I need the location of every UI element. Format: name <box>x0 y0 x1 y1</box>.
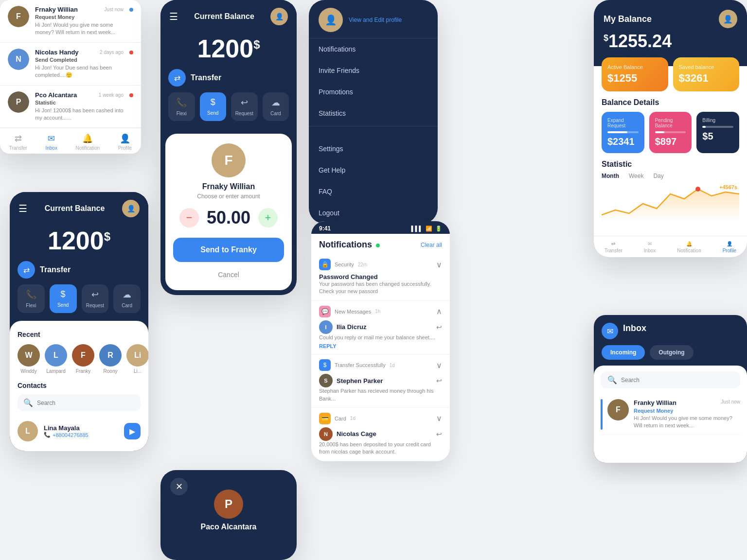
notif-collapse-2[interactable]: ∨ <box>436 361 442 370</box>
flexi-icon: 📞 <box>26 289 36 300</box>
inbox-item-1[interactable]: N Nicolas Handy 2 days ago Send Complete… <box>0 43 141 86</box>
reply-icon-3: ↩ <box>436 430 442 438</box>
contact-send-button-0[interactable]: ▶ <box>124 423 141 439</box>
nav-notification-label: Notification <box>76 145 100 151</box>
balance-notification-icon: 🔔 <box>686 241 692 246</box>
balance-type-cards: Active Balance $1255 Saved balance $3261 <box>594 57 747 91</box>
send-modal-panel: F Frnaky Willian Choose or enter amount … <box>165 134 292 290</box>
notifications-active-dot <box>376 244 380 247</box>
menu-invite-friends[interactable]: Invite Friends <box>309 60 438 81</box>
stat-tab-week[interactable]: Week <box>629 173 643 179</box>
notif-source-3: Card <box>335 416 346 421</box>
tm-flexi-button[interactable]: 📞 Flexi <box>168 92 195 121</box>
inbox-msg-item-0[interactable]: F Franky Willian Just now Request Money … <box>601 394 740 435</box>
flexi-button[interactable]: 📞 Flexi <box>18 284 45 313</box>
bottom-modal-avatar: P <box>214 490 243 519</box>
main-app-card: ☰ Current Balance 👤 1200$ ⇄ Transfer 📞 F… <box>10 192 148 451</box>
expand-request-bar <box>607 131 639 133</box>
inbox-dot-0 <box>129 8 133 12</box>
cancel-button[interactable]: Cancel <box>173 267 284 282</box>
amount-plus-button[interactable]: + <box>258 208 278 228</box>
active-balance-card: Active Balance $1255 <box>602 57 668 91</box>
menu-faq[interactable]: FAQ <box>309 181 438 202</box>
recent-person-0[interactable]: W Winddy <box>18 344 40 374</box>
pending-balance-card: Pending Balance $897 <box>649 112 692 153</box>
menu-primary-items: Notifications Invite Friends Promotions … <box>309 38 438 124</box>
modal-person-avatar: F <box>212 143 246 177</box>
nav-notification[interactable]: 🔔 Notification <box>76 133 100 151</box>
recent-avatar-li: Li <box>126 344 148 367</box>
billing-bar <box>702 126 733 128</box>
incoming-tab[interactable]: Incoming <box>602 345 645 360</box>
chart-fill <box>602 189 739 222</box>
inbox-msg-name-0: Franky Willian <box>634 399 676 406</box>
tm-send-icon: $ <box>211 97 215 107</box>
amount-minus-button[interactable]: − <box>179 208 199 228</box>
balance-nav-profile[interactable]: 👤 Profile <box>723 241 736 253</box>
recent-avatar-franky: F <box>72 344 94 367</box>
outgoing-tab[interactable]: Outgoing <box>650 345 693 360</box>
balance-nav-transfer[interactable]: ⇄ Transfer <box>605 241 622 253</box>
nav-profile-label: Profile <box>118 145 132 151</box>
recent-person-4[interactable]: Li Li... <box>126 344 148 374</box>
balance-nav-inbox[interactable]: ✉ Inbox <box>644 241 656 253</box>
inbox-detail-icon: ✉ <box>602 323 618 339</box>
statistic-tabs: Month Week Day <box>594 173 747 183</box>
recent-person-2[interactable]: F Franky <box>72 344 94 374</box>
stat-tab-month[interactable]: Month <box>602 173 619 179</box>
reply-button-1[interactable]: REPLY <box>319 343 442 349</box>
menu-promotions[interactable]: Promotions <box>309 81 438 103</box>
transfer-modal-avatar[interactable]: 👤 <box>270 8 288 25</box>
notif-collapse-0[interactable]: ∨ <box>436 260 442 269</box>
menu-divider <box>309 126 438 126</box>
inbox-detail-card: ✉ Inbox Incoming Outgoing 🔍 F Franky Wil… <box>594 315 747 463</box>
card-button-main[interactable]: ☁ Card <box>113 284 141 313</box>
menu-statistics[interactable]: Statistics <box>309 103 438 124</box>
balance-header: My Balance 👤 $1255.24 <box>594 0 747 66</box>
inbox-search-row: 🔍 <box>601 371 740 388</box>
recent-avatars: W Winddy L Lampard F Franky R Roony Li L… <box>18 344 141 374</box>
user-avatar[interactable]: 👤 <box>122 200 140 217</box>
inbox-search-input[interactable] <box>621 377 733 384</box>
nav-transfer[interactable]: ⇄ Transfer <box>9 133 27 151</box>
request-button[interactable]: ↩ Request <box>82 284 109 313</box>
menu-get-help[interactable]: Get Help <box>309 159 438 181</box>
tm-request-button[interactable]: ↩ Request <box>231 92 258 121</box>
inbox-item-0[interactable]: F Frnaky Willian Just now Request Money … <box>0 0 141 43</box>
recent-avatar-winddy: W <box>18 344 40 367</box>
contacts-search-input[interactable] <box>37 400 135 406</box>
white-panel: Recent W Winddy L Lampard F Franky R Roo… <box>10 321 148 451</box>
transfer-modal-header: ☰ Current Balance 👤 <box>160 0 297 31</box>
stat-tab-day[interactable]: Day <box>653 173 663 179</box>
balance-nav-notification[interactable]: 🔔 Notification <box>677 241 701 253</box>
send-to-franky-button[interactable]: Send to Franky <box>173 238 284 262</box>
tm-send-button[interactable]: $ Send <box>200 92 227 121</box>
inbox-msg-subject-0: Request Money <box>634 408 740 414</box>
nav-profile[interactable]: 👤 Profile <box>118 133 132 151</box>
menu-settings[interactable]: Settings <box>309 138 438 159</box>
modal-close-button[interactable]: ✕ <box>170 478 188 495</box>
card-icon: ☁ <box>123 289 131 300</box>
send-button[interactable]: $ Send <box>50 284 77 313</box>
hamburger-icon[interactable]: ☰ <box>18 203 27 214</box>
menu-secondary-items: Settings Get Help FAQ Logout <box>309 138 438 224</box>
menu-notifications[interactable]: Notifications <box>309 38 438 60</box>
menu-logout[interactable]: Logout <box>309 202 438 224</box>
notif-expand-1[interactable]: ∧ <box>436 307 442 316</box>
battery-icon: 🔋 <box>435 226 442 232</box>
clear-all-button[interactable]: Clear all <box>421 242 442 248</box>
view-edit-profile-link[interactable]: View and Edit profile <box>349 17 402 23</box>
recent-person-3[interactable]: R Roony <box>99 344 122 374</box>
notif-collapse-3[interactable]: ∨ <box>436 414 442 423</box>
transfer-modal-hamburger-icon[interactable]: ☰ <box>169 11 178 22</box>
recent-avatar-lampard: L <box>45 344 67 367</box>
inbox-item-2[interactable]: P Pco Alcantara 1 week ago Statistic Hi … <box>0 86 141 128</box>
recent-person-1[interactable]: L Lampard <box>45 344 67 374</box>
inbox-msg-preview-0: Hi Jon! Would you give me some money? Wi… <box>634 415 740 430</box>
notifications-status-bar: 9:41 ▌▌▌ 📶 🔋 <box>311 221 450 234</box>
tm-card-button[interactable]: ☁ Card <box>263 92 289 121</box>
profile-icon: 👤 <box>120 133 130 144</box>
contacts-search-row: 🔍 <box>18 394 141 411</box>
billing-amount: $5 <box>702 131 733 142</box>
nav-inbox[interactable]: ✉ Inbox <box>45 133 57 151</box>
